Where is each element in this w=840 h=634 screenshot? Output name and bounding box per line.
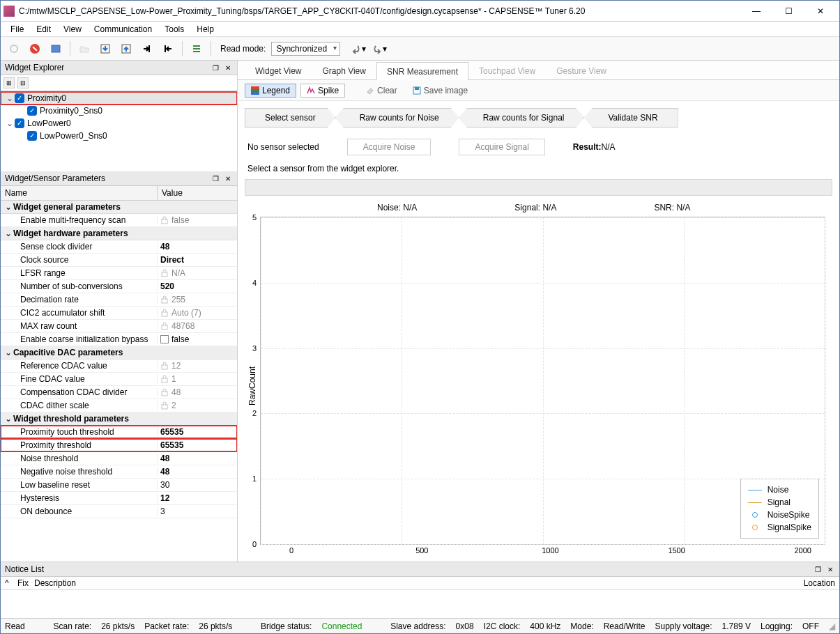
param-row[interactable]: Proximity touch threshold65535: [1, 426, 237, 439]
param-row[interactable]: Enable coarse initialization bypassfalse: [1, 333, 237, 346]
tree-item[interactable]: ⌄LowPower0: [1, 117, 237, 130]
param-group[interactable]: ⌄Widget threshold parameters: [1, 412, 237, 426]
checkbox-icon[interactable]: [15, 118, 24, 128]
param-row[interactable]: CIC2 accumulator shiftAuto (7): [1, 307, 237, 320]
col-description[interactable]: Description: [30, 578, 779, 588]
eraser-icon: [366, 86, 374, 95]
undock-icon[interactable]: ❐: [211, 173, 220, 183]
param-row[interactable]: Noise threshold48: [1, 452, 237, 465]
param-group[interactable]: ⌄Widget general parameters: [1, 201, 237, 214]
menu-help[interactable]: Help: [191, 23, 220, 36]
tab-gesture-view[interactable]: Gesture View: [546, 61, 617, 79]
open-icon[interactable]: [75, 40, 93, 58]
spike-button[interactable]: Spike: [300, 84, 345, 98]
checkbox-icon[interactable]: [160, 335, 169, 343]
param-row[interactable]: Sense clock divider48: [1, 240, 237, 254]
close-panel-icon[interactable]: ✕: [223, 63, 233, 72]
menu-tools[interactable]: Tools: [159, 23, 190, 36]
minimize-button[interactable]: —: [740, 1, 772, 22]
col-name: Name: [1, 186, 158, 200]
collapse-all-icon[interactable]: ⊟: [17, 77, 29, 88]
params-grid[interactable]: ⌄Widget general parametersEnable multi-f…: [1, 201, 237, 562]
param-row[interactable]: Reference CDAC value12: [1, 359, 237, 373]
sort-icon[interactable]: ^: [5, 578, 17, 588]
acquire-noise-button[interactable]: Acquire Noise: [347, 139, 432, 155]
result-label: Result:N/A: [573, 142, 616, 152]
menu-view[interactable]: View: [58, 23, 87, 36]
param-row[interactable]: Enable multi-frequency scanfalse: [1, 214, 237, 227]
step-noise[interactable]: Raw counts for Noise: [335, 108, 459, 127]
undo-icon[interactable]: ▾: [349, 40, 367, 58]
param-row[interactable]: Decimation rate255: [1, 293, 237, 307]
checkbox-icon[interactable]: [27, 106, 37, 116]
no-sensor-label: No sensor selected: [247, 142, 319, 152]
col-fix[interactable]: Fix: [17, 578, 30, 588]
noise-stat: Noise: N/A: [377, 203, 417, 212]
param-row[interactable]: Negative noise threshold48: [1, 465, 237, 479]
param-row[interactable]: CDAC dither scale2: [1, 399, 237, 412]
resize-grip-icon[interactable]: ◢: [829, 621, 835, 631]
menu-file[interactable]: File: [5, 23, 29, 36]
tab-snr-measurement[interactable]: SNR Measurement: [376, 62, 468, 80]
legend-button[interactable]: Legend: [245, 84, 296, 98]
undock-icon[interactable]: ❐: [211, 63, 220, 72]
param-row[interactable]: Low baseline reset30: [1, 479, 237, 492]
step-validate[interactable]: Validate SNR: [583, 108, 678, 127]
i2c-value: 400 kHz: [530, 621, 560, 631]
svg-rect-9: [162, 312, 167, 316]
window-icon[interactable]: [47, 40, 65, 58]
undock-icon[interactable]: ❐: [813, 564, 823, 574]
menu-communication[interactable]: Communication: [89, 23, 158, 36]
param-group[interactable]: ⌄Widget hardware parameters: [1, 227, 237, 240]
gear-icon[interactable]: [5, 40, 23, 58]
col-location[interactable]: Location: [779, 578, 835, 588]
save-image-button[interactable]: Save image: [407, 84, 473, 97]
param-row[interactable]: Compensation CDAC divider48: [1, 386, 237, 399]
param-row[interactable]: Fine CDAC value1: [1, 373, 237, 386]
upload-icon[interactable]: [117, 40, 135, 58]
svg-rect-7: [162, 272, 167, 277]
maximize-button[interactable]: ☐: [772, 1, 804, 22]
param-group[interactable]: ⌄Capacitive DAC parameters: [1, 346, 237, 359]
tree-item[interactable]: ⌄Proximity0: [1, 92, 237, 105]
close-button[interactable]: ✕: [804, 1, 837, 22]
checkbox-icon[interactable]: [27, 131, 37, 141]
snr-stat: SNR: N/A: [654, 203, 690, 212]
save-icon: [413, 86, 421, 95]
tree-item[interactable]: LowPower0_Sns0: [1, 130, 237, 142]
tab-widget-view[interactable]: Widget View: [245, 61, 312, 79]
right-column: Widget View Graph View SNR Measurement T…: [238, 61, 839, 562]
tab-graph-view[interactable]: Graph View: [312, 61, 376, 79]
checkbox-icon[interactable]: [15, 93, 24, 103]
readmode-combo[interactable]: Synchronized: [271, 42, 340, 56]
menu-edit[interactable]: Edit: [31, 23, 56, 36]
expand-all-icon[interactable]: ⊞: [3, 77, 15, 88]
step-select-sensor[interactable]: Select sensor: [245, 108, 336, 127]
param-row[interactable]: ON debounce3: [1, 505, 237, 518]
tree-item[interactable]: Proximity0_Sns0: [1, 105, 237, 117]
redo-icon[interactable]: ▾: [369, 40, 388, 58]
export-icon[interactable]: [159, 40, 177, 58]
main-toolbar: Read mode: Synchronized ▾ ▾: [1, 37, 839, 61]
param-row[interactable]: MAX raw count48768: [1, 320, 237, 333]
download-icon[interactable]: [96, 40, 114, 58]
clear-button[interactable]: Clear: [360, 84, 403, 97]
statusbar: Read Scan rate:26 pkts/s Packet rate:26 …: [1, 618, 839, 633]
close-panel-icon[interactable]: ✕: [825, 564, 835, 574]
toolbar-separator: [211, 41, 211, 56]
stop-icon[interactable]: [26, 40, 44, 58]
param-row[interactable]: Proximity threshold65535: [1, 439, 237, 452]
snr-chart[interactable]: Noise Signal NoiseSpike SignalSpike 0123…: [260, 217, 825, 545]
import-icon[interactable]: [138, 40, 156, 58]
acquire-signal-button[interactable]: Acquire Signal: [459, 139, 544, 155]
close-panel-icon[interactable]: ✕: [223, 173, 233, 183]
tab-touchpad-view[interactable]: Touchpad View: [468, 61, 546, 79]
list-icon[interactable]: [188, 40, 206, 58]
widget-tree[interactable]: ⌄Proximity0Proximity0_Sns0⌄LowPower0LowP…: [1, 91, 237, 171]
param-row[interactable]: Number of sub-conversions520: [1, 280, 237, 293]
param-row[interactable]: Clock sourceDirect: [1, 254, 237, 267]
toolbar-separator: [70, 41, 70, 56]
step-signal[interactable]: Raw counts for Signal: [459, 108, 585, 127]
param-row[interactable]: Hysteresis12: [1, 492, 237, 505]
param-row[interactable]: LFSR rangeN/A: [1, 267, 237, 280]
